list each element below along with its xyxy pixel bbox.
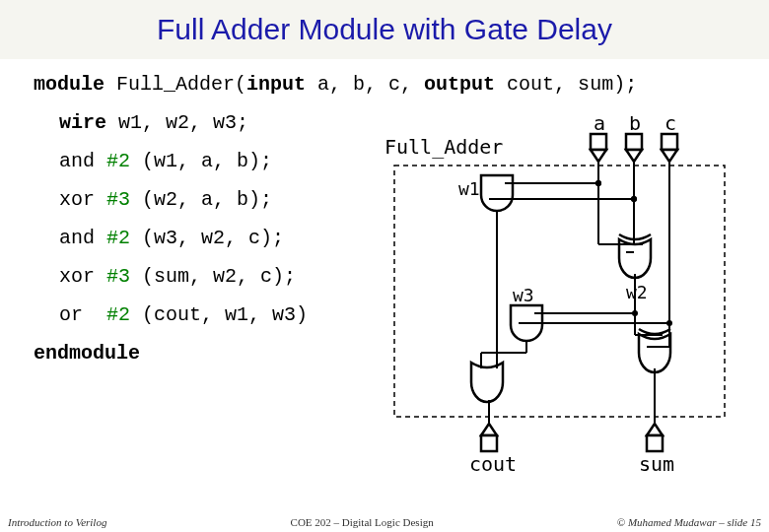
footer-mid: COE 202 – Digital Logic Design <box>106 516 616 528</box>
pin-sum <box>647 424 663 451</box>
footer-left: Introduction to Verilog <box>8 516 106 528</box>
pin-b <box>626 134 642 162</box>
label-sum: sum <box>639 452 674 476</box>
pin-a <box>591 134 606 162</box>
module-label: Full_Adder <box>384 135 503 159</box>
footer-right: © Muhamed Mudawar – slide 15 <box>617 516 761 528</box>
label-w1: w1 <box>458 178 480 199</box>
code-module-decl: module Full_Adder(input a, b, c, output … <box>34 73 735 96</box>
full-adder-svg: Full_Adder a b c w1 w2 w3 cout s <box>375 116 744 481</box>
pin-cout <box>481 424 497 451</box>
label-w2: w2 <box>626 282 648 302</box>
page-title: Full Adder Module with Gate Delay <box>157 13 612 46</box>
svg-point-30 <box>631 196 637 202</box>
label-cout: cout <box>469 452 517 476</box>
footer: Introduction to Verilog COE 202 – Digita… <box>0 516 769 528</box>
and-gate-w1 <box>481 175 513 211</box>
svg-point-29 <box>595 180 601 186</box>
title-bar: Full Adder Module with Gate Delay <box>0 0 769 59</box>
module-box <box>394 166 725 417</box>
circuit-diagram: Full_Adder a b c w1 w2 w3 cout s <box>375 116 744 481</box>
or-gate-cout <box>471 363 503 402</box>
label-c: c <box>664 116 676 135</box>
label-w3: w3 <box>513 285 534 305</box>
pin-c <box>662 134 677 162</box>
label-b: b <box>629 116 641 135</box>
label-a: a <box>594 116 605 135</box>
